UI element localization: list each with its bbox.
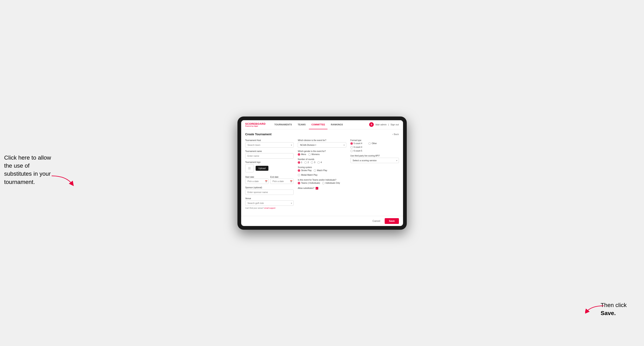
tournament-logo-label: Tournament logo (245, 161, 294, 163)
nav-item-rankings[interactable]: RANKINGS (328, 120, 346, 129)
stroke-play-option[interactable]: Stroke Play (298, 169, 312, 172)
nav-bar: SCOREBOARD Powered by clippd TOURNAMENTS… (241, 120, 403, 129)
medal-match-play-radio[interactable] (298, 174, 300, 176)
rounds-2-label: 2 (308, 161, 309, 164)
logo-red-text: SCORE (245, 122, 256, 125)
gender-radio-group: Mens Womens (298, 153, 346, 156)
page-content: Create Tournament ‹ Back Tournament Host (241, 129, 403, 216)
division-group: Which division is the event for? NCAA Di… (298, 139, 346, 148)
allow-subs-row: Allow substitutes? ✓ (298, 187, 346, 190)
rounds-radio-group: 1 2 3 4 (298, 161, 346, 164)
match-play-option[interactable]: Match Play (314, 169, 327, 172)
scoring-api-select[interactable]: Select a scoring service (350, 158, 399, 163)
teams-label: Teams (+Individuals) (301, 182, 320, 184)
gender-mens-option[interactable]: Mens (298, 153, 306, 156)
venue-input[interactable] (245, 200, 294, 206)
gender-mens-radio[interactable] (298, 153, 300, 156)
venue-help: Can't find your venue? email support (245, 207, 294, 209)
annotation-left: Click here to allow the use of substitut… (4, 154, 54, 186)
format-6count4-radio[interactable] (350, 146, 353, 149)
page-title: Create Tournament (245, 133, 272, 136)
nav-item-tournaments[interactable]: TOURNAMENTS (272, 120, 294, 129)
rounds-4-option[interactable]: 4 (317, 161, 322, 164)
division-select[interactable]: NCAA Division I (298, 142, 346, 148)
sponsor-label: Sponsor (optional) (245, 186, 294, 189)
venue-help-link[interactable]: email support (264, 207, 276, 209)
logo-sub-accent: clippd (254, 125, 258, 127)
format-5count4-option[interactable]: 5 count 4 (350, 142, 362, 145)
separator: | (388, 123, 389, 126)
rounds-2-option[interactable]: 2 (304, 161, 309, 164)
cancel-button[interactable]: Cancel (370, 218, 382, 224)
format-5count4-radio[interactable] (350, 142, 353, 145)
logo-placeholder: ⊞ (245, 164, 254, 173)
arrow-left-icon (50, 174, 74, 186)
division-label: Which division is the event for? (298, 139, 346, 142)
individuals-label: Individuals Only (326, 182, 340, 184)
rounds-group: Number of rounds 1 2 (298, 158, 346, 164)
gender-womens-radio[interactable] (308, 153, 311, 156)
scoring-system-group: Scoring system Stroke Play Match Play (298, 166, 346, 176)
nav-items: TOURNAMENTS TEAMS COMMITTEE RANKINGS (272, 120, 369, 129)
tournament-name-label: Tournament name (245, 150, 294, 152)
start-date-group: Start date 📅 (245, 175, 269, 184)
back-button[interactable]: ‹ Back (392, 133, 399, 136)
nav-user: B blair admin | Sign out (369, 122, 399, 127)
format-other-option[interactable]: Other (368, 142, 377, 145)
allow-subs-checkbox[interactable]: ✓ (316, 187, 318, 190)
end-date-label: End date (270, 176, 278, 178)
tournament-host-label: Tournament Host (245, 139, 294, 142)
logo-black-text: BOARD (255, 122, 266, 125)
user-name: blair admin (375, 123, 386, 126)
individuals-option[interactable]: Individuals Only (322, 182, 340, 184)
teams-option[interactable]: Teams (+Individuals) (298, 182, 320, 184)
date-group: Start date 📅 End date 📅 (245, 175, 294, 184)
tablet-screen: SCOREBOARD Powered by clippd TOURNAMENTS… (241, 120, 403, 226)
tournament-logo-group: Tournament logo ⊞ Upload (245, 161, 294, 173)
page-footer: Cancel Save (241, 216, 403, 226)
event-for-radio-group: Teams (+Individuals) Individuals Only (298, 182, 346, 184)
gender-mens-label: Mens (301, 153, 306, 156)
format-5count4-label: 5 count 4 (354, 142, 362, 145)
scoring-api-label: Use third-party live scoring API? (350, 155, 399, 157)
sponsor-input[interactable] (245, 189, 294, 195)
medal-match-play-label: Medal Match Play (301, 174, 317, 176)
rounds-3-option[interactable]: 3 (311, 161, 315, 164)
nav-logo-sub: Powered by clippd (245, 125, 266, 127)
nav-item-committee[interactable]: COMMITTEE (309, 120, 328, 129)
teams-radio[interactable] (298, 182, 300, 184)
individuals-radio[interactable] (322, 182, 324, 184)
end-date-wrapper: 📅 (270, 178, 294, 184)
rounds-3-label: 3 (314, 161, 315, 164)
tournament-host-select-wrapper (245, 142, 294, 148)
venue-help-prefix: Can't find your venue? (245, 207, 264, 209)
format-6count4-option[interactable]: 6 count 4 (350, 146, 399, 149)
format-6count5-radio[interactable] (350, 150, 353, 152)
rounds-1-radio[interactable] (298, 161, 300, 164)
venue-select-wrapper (245, 200, 294, 206)
calendar-icon: 📅 (265, 180, 268, 182)
rounds-2-radio[interactable] (304, 161, 307, 164)
sign-out-link[interactable]: Sign out (390, 123, 399, 126)
form-col-3: Format type 5 count 4 Other (350, 139, 399, 209)
rounds-4-label: 4 (321, 161, 322, 164)
format-other-radio[interactable] (368, 142, 371, 145)
match-play-radio[interactable] (314, 169, 316, 172)
rounds-3-radio[interactable] (311, 161, 313, 164)
event-for-label: Is this event for Teams and/or Individua… (298, 179, 346, 181)
rounds-1-option[interactable]: 1 (298, 161, 302, 164)
gender-womens-option[interactable]: Womens (308, 153, 320, 156)
scoring-radio-group: Stroke Play Match Play Medal Match Play (298, 169, 346, 176)
medal-match-play-option[interactable]: Medal Match Play (298, 174, 317, 176)
nav-logo: SCOREBOARD Powered by clippd (245, 122, 266, 127)
rounds-4-radio[interactable] (317, 161, 320, 164)
match-play-label: Match Play (317, 169, 327, 172)
tournament-host-input[interactable] (245, 142, 294, 148)
nav-item-teams[interactable]: TEAMS (295, 120, 308, 129)
format-6count5-option[interactable]: 6 count 5 (350, 150, 399, 152)
stroke-play-radio[interactable] (298, 169, 300, 172)
tournament-name-input[interactable] (245, 153, 294, 159)
form-grid: Tournament Host Tournament name Tourname… (245, 139, 399, 209)
upload-button[interactable]: Upload (256, 166, 269, 171)
save-button[interactable]: Save (385, 218, 399, 224)
